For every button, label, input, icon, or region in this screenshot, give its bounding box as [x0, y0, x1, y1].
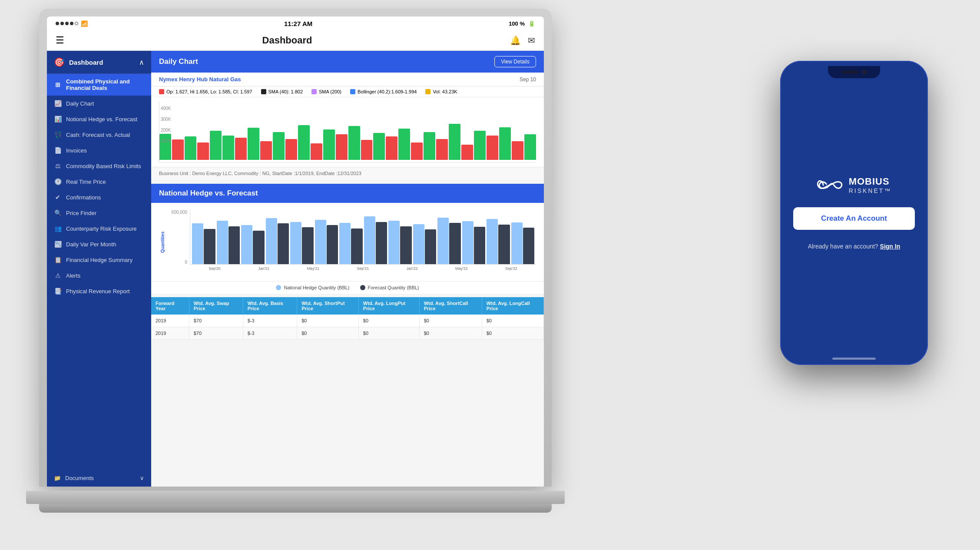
bar-dark [228, 226, 240, 265]
hamburger-menu[interactable]: ☰ [56, 35, 64, 46]
sidebar-item-combined[interactable]: ⊞ Combined Physical and Financial Deals [47, 74, 151, 96]
candle-bar [474, 131, 486, 160]
commodity-label: Nymex Henry Hub Natural Gas [159, 76, 241, 83]
chart-legend: National Hedge Quantity (BBL) Forecast Q… [151, 281, 544, 294]
laptop-device: 📶 11:27 AM 100 % 🔋 ☰ Dashboard 🔔 ✉ [39, 9, 552, 539]
table-cell: $0 [358, 327, 419, 340]
indicator-sma200: SMA (200) [311, 89, 341, 94]
bar-group [217, 210, 240, 264]
candle-bar [373, 133, 385, 160]
bar-dark [204, 229, 215, 264]
mobius-brand-name: MOBIUS [849, 176, 892, 187]
quantities-axis: Quantities [159, 210, 166, 274]
candle-bar [512, 141, 523, 160]
bar-y-labels: 600,000 0 [166, 210, 190, 274]
sidebar-item-invoices[interactable]: 📄 Invoices [47, 142, 151, 158]
candle-bar [436, 139, 448, 160]
sidebar-item-label: Physical Revenue Report [66, 288, 144, 295]
candle-bar [361, 140, 373, 160]
sidebar-item-daily-chart[interactable]: 📈 Daily Chart [47, 96, 151, 111]
sidebar-item-label: Confirmations [66, 194, 144, 201]
sidebar-item-physical-revenue[interactable]: 📑 Physical Revenue Report [47, 283, 151, 299]
x-label: Sep'20 [209, 266, 221, 271]
combined-icon: ⊞ [54, 81, 62, 88]
bar-dark [351, 229, 362, 265]
candle-bar [411, 142, 423, 160]
candle-bar [248, 128, 259, 160]
candlestick-chart: 400K 300K 200K 100K [151, 97, 544, 167]
phone-home-bar [832, 358, 876, 360]
confirmations-icon: ✔ [54, 194, 62, 201]
candle-bar [524, 134, 536, 160]
sidebar-title: Dashboard [69, 59, 103, 66]
bar-light [462, 221, 473, 264]
bar-light [413, 224, 424, 265]
sign-in-link[interactable]: Sign In [880, 243, 901, 250]
sidebar-item-label: Real Time Price [66, 179, 144, 185]
candle-bar [487, 136, 498, 160]
ohlc-dot [159, 89, 164, 94]
bar-dark [400, 226, 411, 265]
sidebar-item-alerts[interactable]: ⚠ Alerts [47, 268, 151, 283]
mobius-text: MOBIUS RISKNET™ [849, 176, 892, 194]
laptop-base [26, 491, 565, 504]
table-cell: 2019 [151, 315, 189, 327]
sidebar-chevron-icon[interactable]: ∧ [139, 58, 144, 66]
candle-bar [323, 129, 335, 160]
bar-dark [302, 227, 313, 264]
sidebar-item-price-finder[interactable]: 🔍 Price Finder [47, 205, 151, 221]
sidebar-item-label: Price Finder [66, 210, 144, 216]
daily-chart-icon: 📈 [54, 100, 62, 107]
sidebar-item-real-time[interactable]: 🕐 Real Time Price [47, 174, 151, 189]
view-details-button[interactable]: View Details [494, 56, 536, 67]
bar-light [388, 221, 400, 264]
table-header-cell: Wtd. Avg. Basis Price [243, 297, 297, 315]
sidebar-item-daily-var[interactable]: 📉 Daily Var Per Month [47, 236, 151, 252]
notification-icon[interactable]: 🔔 [510, 35, 521, 46]
sma40-dot [261, 89, 266, 94]
candle-bar [398, 129, 410, 160]
bar-group [290, 210, 314, 264]
bar-dark [376, 222, 387, 265]
status-left: 📶 [56, 20, 88, 27]
sidebar-item-documents[interactable]: 📁 Documents ∨ [47, 470, 151, 487]
chart-meta: Nymex Henry Hub Natural Gas Sep 10 [151, 73, 544, 86]
mail-icon[interactable]: ✉ [528, 35, 535, 46]
commodity-risk-icon: ⚖ [54, 162, 62, 169]
sidebar: 🎯 Dashboard ∧ ⊞ Combined Physical and Fi… [47, 51, 151, 487]
sidebar-item-label: Daily Var Per Month [66, 241, 144, 248]
candle-bar [285, 139, 297, 160]
table-header-cell: Wtd. Avg. ShortCall Price [419, 297, 482, 315]
sidebar-item-label: Alerts [66, 272, 144, 279]
sidebar-item-confirmations[interactable]: ✔ Confirmations [47, 189, 151, 205]
y-label-400k: 400K [161, 106, 177, 111]
documents-left: 📁 Documents [54, 475, 94, 481]
bollinger-label: Bollinger (40.2):1.609-1.994 [358, 89, 417, 94]
bar-light [511, 222, 523, 264]
sidebar-item-cash-forecast[interactable]: 💱 Cash: Forecast vs. Actual [47, 127, 151, 142]
create-account-button[interactable]: Create An Account [793, 207, 915, 230]
sidebar-item-notional-hedge[interactable]: 📊 Notional Hedge vs. Forecast [47, 111, 151, 127]
mobius-logo: MOBIUS RISKNET™ [817, 176, 892, 194]
sidebar-item-label: Counterparty Risk Exposure [66, 225, 144, 232]
page-title: Dashboard [262, 35, 312, 46]
table-cell: $-3 [243, 315, 297, 327]
bar-group [266, 210, 289, 264]
sidebar-item-commodity-risk[interactable]: ⚖ Commodity Based Risk Limits [47, 158, 151, 174]
dashboard-icon: 🎯 [54, 57, 65, 67]
sma200-dot [311, 89, 317, 94]
candle-bar [386, 136, 397, 160]
table-cell: $0 [297, 315, 359, 327]
table-cell: $-3 [243, 327, 297, 340]
legend-national-label: National Hedge Quantity (BBL) [284, 285, 349, 290]
laptop-foot [39, 503, 552, 513]
legend-national-hedge: National Hedge Quantity (BBL) [276, 285, 349, 290]
table-header-cell: Wtd. Avg. Swap Price [189, 297, 243, 315]
documents-label: Documents [65, 475, 94, 481]
sidebar-item-financial-hedge[interactable]: 📋 Financial Hedge Summary [47, 252, 151, 268]
daily-var-icon: 📉 [54, 241, 62, 248]
phone-camera [862, 70, 867, 74]
bar-dark [523, 228, 534, 264]
ohlc-label: Op: 1.627, Hi 1.656, Lo: 1.585, Cl: 1.59… [166, 89, 252, 94]
sidebar-item-counterparty[interactable]: 👥 Counterparty Risk Exposure [47, 221, 151, 236]
